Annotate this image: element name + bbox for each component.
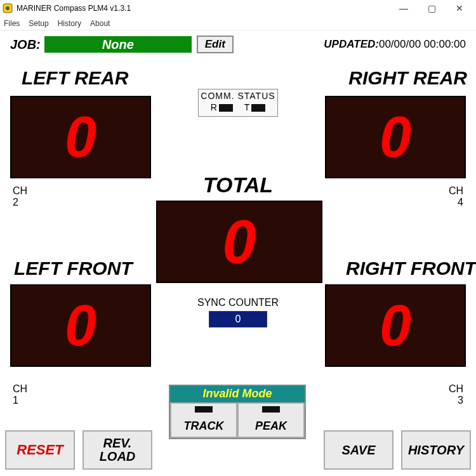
updated: UPDATED:00/00/00 00:00:00 [324,38,466,51]
job-row: JOB: None Edit UPDATED:00/00/00 00:00:00 [10,36,466,53]
peak-button[interactable]: PEAK [237,402,305,438]
updated-value: 00/00/00 00:00:00 [379,38,466,50]
sync-counter-value: 0 [209,311,267,327]
right-rear-gauge: 0 [325,96,466,178]
reset-button[interactable]: RESET [5,430,75,470]
minimize-button[interactable]: — [390,0,418,17]
total-title: TOTAL [203,174,273,195]
ch-right-front: CH3 [449,383,463,406]
comm-t: T [244,102,266,112]
menu-history[interactable]: History [58,19,81,28]
track-button[interactable]: TRACK [170,402,237,438]
window-controls: — ▢ ✕ [390,0,473,17]
left-rear-gauge: 0 [10,96,151,178]
updated-label: UPDATED: [324,38,379,50]
job-value: None [44,36,192,53]
right-rear-value: 0 [380,109,411,166]
left-rear-title: LEFT REAR [22,69,128,88]
comm-status-label: COMM. STATUS [199,91,277,101]
right-rear-title: RIGHT REAR [348,69,467,88]
mode-title: Invalid Mode [170,386,305,400]
job-label: JOB: [10,37,41,52]
rev-load-button[interactable]: REV. LOAD [83,430,152,470]
total-gauge: 0 [156,201,322,283]
save-button[interactable]: SAVE [324,430,393,470]
menu-setup[interactable]: Setup [29,19,48,28]
track-led [195,406,213,413]
comm-status-box: COMM. STATUS R T [198,89,278,117]
mode-panel: Invalid Mode TRACK PEAK [169,385,306,439]
app-icon [3,3,13,13]
comm-r: R [211,102,233,112]
right-front-gauge: 0 [325,284,466,367]
ch-left-rear: CH2 [13,185,27,208]
sync-counter-label: SYNC COUNTER [197,297,279,308]
close-button[interactable]: ✕ [446,0,473,17]
left-rear-value: 0 [65,109,96,166]
menu-bar: Files Setup History About [0,17,476,30]
comm-t-led [251,104,265,112]
menu-files[interactable]: Files [4,19,20,28]
comm-r-led [219,104,233,112]
edit-button[interactable]: Edit [197,36,234,53]
window-title: MARINER Compass PLM4 v1.3.1 [17,4,390,13]
rev-load-label: REV. LOAD [100,437,136,463]
history-button[interactable]: HISTORY [401,430,471,470]
peak-led [262,406,280,413]
left-front-gauge: 0 [10,284,151,367]
menu-about[interactable]: About [90,19,110,28]
ch-right-rear: CH4 [449,185,463,208]
right-front-value: 0 [380,297,411,354]
maximize-button[interactable]: ▢ [418,0,446,17]
svg-point-1 [6,6,10,10]
total-value: 0 [222,211,256,272]
title-bar: MARINER Compass PLM4 v1.3.1 — ▢ ✕ [0,0,476,17]
ch-left-front: CH1 [13,383,27,406]
right-front-title: RIGHT FRONT [346,259,476,278]
left-front-title: LEFT FRONT [14,259,133,278]
content-area: JOB: None Edit UPDATED:00/00/00 00:00:00… [0,30,476,476]
left-front-value: 0 [65,297,96,354]
